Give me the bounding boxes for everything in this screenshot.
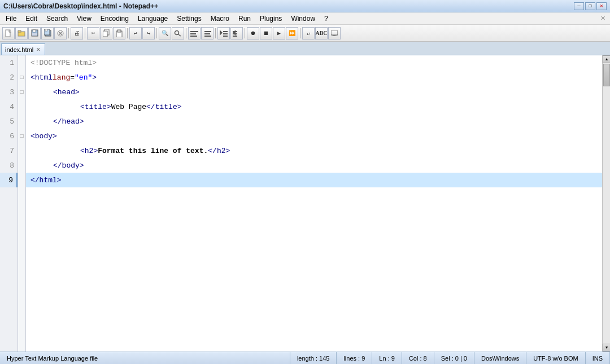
status-encoding: UTF-8 w/o BOM bbox=[526, 352, 585, 364]
code-line-3[interactable]: <head> bbox=[26, 85, 602, 99]
close-file-button[interactable] bbox=[54, 27, 67, 40]
paste-button[interactable] bbox=[113, 27, 125, 40]
code-line-4[interactable]: <title>Web Page</title> bbox=[26, 99, 602, 114]
status-lines: lines : 9 bbox=[337, 352, 372, 364]
menu-file[interactable]: File bbox=[1, 14, 21, 24]
copy-button[interactable] bbox=[100, 27, 112, 40]
new-button[interactable] bbox=[2, 27, 15, 40]
undo-button[interactable]: ↩ bbox=[129, 27, 142, 40]
menu-edit[interactable]: Edit bbox=[21, 14, 42, 24]
open-button[interactable] bbox=[15, 27, 28, 40]
code-line-8[interactable]: </body> bbox=[26, 158, 602, 173]
tab-close-button[interactable]: ✕ bbox=[36, 47, 41, 52]
line-num-7: 7 bbox=[0, 143, 18, 158]
code-line-7[interactable]: <h2>Format this line of text.</h2> bbox=[26, 143, 602, 158]
svg-rect-31 bbox=[233, 33, 237, 34]
code-area[interactable]: <!DOCTYPE html> <html lang="en"> <head> … bbox=[26, 55, 602, 352]
wordwrap-button[interactable]: ↵ bbox=[302, 27, 315, 40]
monitor-button[interactable] bbox=[328, 27, 341, 40]
svg-rect-2 bbox=[18, 30, 21, 32]
svg-rect-32 bbox=[233, 36, 237, 37]
title-text: C:\Users\Cobra\Desktop\index.html - Note… bbox=[3, 2, 158, 10]
menu-run[interactable]: Run bbox=[234, 14, 255, 24]
fold-6[interactable]: □ bbox=[18, 129, 25, 143]
svg-marker-25 bbox=[220, 30, 223, 36]
line-num-1: 1 bbox=[0, 55, 18, 70]
scroll-down-button[interactable]: ▼ bbox=[603, 344, 610, 352]
tb-sep-4 bbox=[155, 27, 158, 40]
spellcheck-button[interactable]: ABC bbox=[315, 27, 328, 40]
print-button[interactable]: 🖨 bbox=[71, 27, 83, 40]
fold-7 bbox=[18, 143, 25, 158]
svg-rect-30 bbox=[233, 31, 237, 32]
status-mode: INS bbox=[586, 352, 610, 364]
macro-stop-button[interactable]: ⏹ bbox=[260, 27, 272, 40]
menu-window[interactable]: Window bbox=[286, 14, 320, 24]
scrollbar-vertical[interactable]: ▲ ▼ bbox=[602, 55, 610, 352]
tb-sep-8 bbox=[299, 27, 302, 40]
tab-bar: index.html ✕ bbox=[0, 42, 610, 55]
code-line-9[interactable]: </html> bbox=[26, 173, 602, 187]
svg-rect-8 bbox=[45, 29, 47, 31]
menu-plugins[interactable]: Plugins bbox=[255, 14, 286, 24]
svg-rect-23 bbox=[204, 33, 210, 34]
svg-rect-27 bbox=[223, 33, 228, 34]
zoom-in-button[interactable] bbox=[188, 27, 201, 40]
line-num-6: 6 bbox=[0, 129, 18, 143]
fold-1 bbox=[18, 55, 25, 70]
status-line-ending: Dos\Windows bbox=[474, 352, 526, 364]
line-num-3: 3 bbox=[0, 85, 18, 99]
fold-2[interactable]: □ bbox=[18, 70, 25, 85]
macro-rec-button[interactable]: ⏺ bbox=[247, 27, 259, 40]
fold-5 bbox=[18, 114, 25, 129]
outdent-button[interactable] bbox=[230, 27, 243, 40]
svg-rect-13 bbox=[103, 31, 107, 37]
svg-rect-26 bbox=[223, 31, 228, 32]
restore-button[interactable]: ❐ bbox=[585, 2, 595, 10]
macro-play-button[interactable]: ▶ bbox=[273, 27, 285, 40]
status-ln: Ln : 9 bbox=[372, 352, 402, 364]
tab-label: index.html bbox=[5, 46, 33, 53]
code-line-6[interactable]: <body> bbox=[26, 129, 602, 143]
svg-rect-33 bbox=[331, 30, 338, 35]
menu-encoding[interactable]: Encoding bbox=[96, 14, 133, 24]
minimize-button[interactable]: ─ bbox=[574, 2, 584, 10]
tb-sep-2 bbox=[84, 27, 86, 40]
code-line-1[interactable]: <!DOCTYPE html> bbox=[26, 55, 602, 70]
menu-macro[interactable]: Macro bbox=[206, 14, 234, 24]
status-sel: Sel : 0 | 0 bbox=[434, 352, 474, 364]
close-button[interactable]: ✕ bbox=[596, 2, 607, 10]
find-replace-button[interactable]: ⋯ bbox=[172, 27, 184, 40]
line-numbers: 1 2 3 4 5 6 7 8 9 bbox=[0, 55, 18, 352]
code-line-2[interactable]: <html lang="en"> bbox=[26, 70, 602, 85]
find-button[interactable]: 🔍 bbox=[159, 27, 171, 40]
svg-rect-24 bbox=[204, 36, 211, 37]
menu-help[interactable]: ? bbox=[320, 14, 333, 24]
menu-language[interactable]: Language bbox=[133, 14, 172, 24]
svg-rect-22 bbox=[204, 31, 211, 32]
cut-button[interactable]: ✂ bbox=[87, 27, 99, 40]
redo-button[interactable]: ↪ bbox=[142, 27, 155, 40]
status-col: Col : 8 bbox=[402, 352, 434, 364]
scroll-track[interactable] bbox=[603, 63, 610, 344]
zoom-out-button[interactable] bbox=[201, 27, 213, 40]
scroll-up-button[interactable]: ▲ bbox=[603, 55, 610, 63]
fold-3[interactable]: □ bbox=[18, 85, 25, 99]
save-button[interactable] bbox=[28, 27, 41, 40]
line-num-8: 8 bbox=[0, 158, 18, 173]
menu-search[interactable]: Search bbox=[42, 14, 72, 24]
code-line-5[interactable]: </head> bbox=[26, 114, 602, 129]
svg-text:⋯: ⋯ bbox=[175, 32, 176, 35]
scroll-thumb[interactable] bbox=[603, 64, 610, 86]
macro-run-multiple-button[interactable]: ⏩ bbox=[286, 27, 298, 40]
tab-index-html[interactable]: index.html ✕ bbox=[1, 43, 45, 55]
line-num-5: 5 bbox=[0, 114, 18, 129]
svg-rect-21 bbox=[190, 36, 197, 37]
close-x[interactable]: ✕ bbox=[600, 15, 609, 22]
line-num-9: 9 bbox=[0, 173, 18, 187]
line-num-4: 4 bbox=[0, 99, 18, 114]
indent-button[interactable] bbox=[217, 27, 230, 40]
menu-view[interactable]: View bbox=[72, 14, 96, 24]
menu-settings[interactable]: Settings bbox=[172, 14, 206, 24]
save-all-button[interactable] bbox=[41, 27, 54, 40]
